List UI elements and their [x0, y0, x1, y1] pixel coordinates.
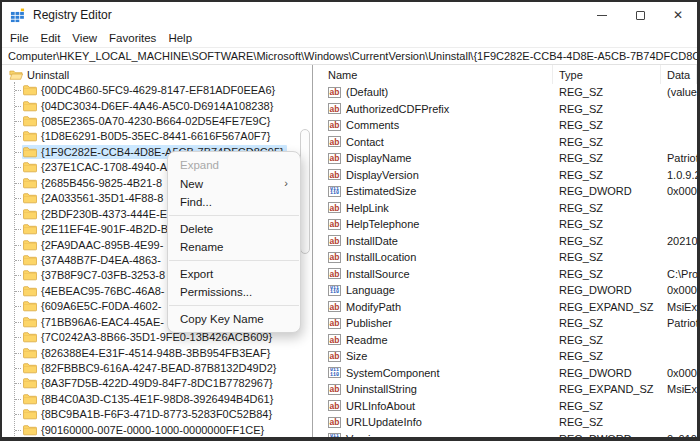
registry-value-row[interactable]: ab UninstallString REG_EXPAND_SZ MsiExec — [313, 381, 697, 398]
reg-dword-icon: 011110 — [328, 285, 341, 296]
submenu-arrow-icon: › — [284, 178, 288, 189]
tree-item[interactable]: {8BC9BA1B-F6F3-471D-8773-5283F0C52B84} — [2, 407, 298, 422]
value-type: REG_SZ — [553, 202, 661, 214]
registry-value-row[interactable]: 011110 EstimatedSize REG_DWORD 0x00000 — [313, 183, 697, 200]
value-name: UninstallString — [346, 383, 417, 395]
menubar-item-edit[interactable]: Edit — [35, 28, 67, 47]
tree-item[interactable]: {04DC3034-D6EF-4A46-A5C0-D6914A108238} — [2, 98, 298, 113]
reg-dword-icon: 011110 — [328, 433, 341, 437]
menubar-item-favorites[interactable]: Favorites — [103, 28, 162, 47]
context-menu-item[interactable]: Copy Key Name — [168, 310, 300, 329]
column-header-data[interactable]: Data — [661, 65, 697, 84]
registry-value-row[interactable]: ab ModifyPath REG_EXPAND_SZ MsiExec — [313, 299, 697, 316]
registry-value-row[interactable]: ab Comments REG_SZ — [313, 117, 697, 134]
registry-value-row[interactable]: ab URLUpdateInfo REG_SZ — [313, 414, 697, 431]
value-data: 0x00000 — [661, 185, 697, 197]
reg-sz-icon: ab — [328, 202, 341, 213]
value-name: ModifyPath — [346, 301, 401, 313]
reg-sz-icon: ab — [328, 318, 341, 329]
context-menu-item[interactable]: Find... — [168, 193, 300, 212]
registry-value-row[interactable]: ab Publisher REG_SZ Patriot M — [313, 315, 697, 332]
tree-item[interactable]: {1D8E6291-B0D5-35EC-8441-6616F567A0F7} — [2, 129, 298, 144]
value-name: InstallLocation — [346, 251, 416, 263]
menubar-item-help[interactable]: Help — [162, 28, 198, 47]
registry-value-row[interactable]: ab (Default) REG_SZ (value not set) — [313, 84, 697, 101]
menubar-item-view[interactable]: View — [66, 28, 103, 47]
value-name: Size — [346, 350, 367, 362]
value-type: REG_DWORD — [553, 433, 661, 437]
menubar-item-file[interactable]: File — [4, 28, 35, 47]
tree-item[interactable]: {085E2365-0A70-4230-B664-02D5E4FE7E9C} — [2, 113, 298, 128]
folder-icon — [23, 393, 37, 405]
title-bar[interactable]: Registry Editor ✕ — [2, 2, 697, 28]
registry-value-row[interactable]: ab AuthorizedCDFPrefix REG_SZ — [313, 101, 697, 118]
tree-item-label: {2FA9DAAC-895B-4E99- — [41, 239, 163, 251]
context-menu-item[interactable]: Export — [168, 265, 300, 284]
registry-value-row[interactable]: ab InstallLocation REG_SZ — [313, 249, 697, 266]
registry-value-row[interactable]: ab HelpTelephone REG_SZ — [313, 216, 697, 233]
tree-item-label: {1D8E6291-B0D5-35EC-8441-6616F567A0F7} — [41, 130, 270, 142]
folder-icon — [23, 316, 37, 328]
value-type: REG_SZ — [553, 268, 661, 280]
tree-item[interactable]: {00DC4B60-5FC9-4629-8147-EF81ADF0EEA6} — [2, 82, 298, 97]
context-menu-item[interactable]: Delete — [168, 220, 300, 239]
tree-item-label: {8A3F7D5B-422D-49D9-84F7-8DC1B7782967} — [41, 377, 273, 389]
tree-item-label: {2A033561-35D1-4F88-8 — [41, 192, 163, 204]
value-name: Comments — [346, 119, 399, 131]
value-name: SystemComponent — [346, 367, 440, 379]
address-bar[interactable]: Computer\HKEY_LOCAL_MACHINE\SOFTWARE\Mic… — [2, 47, 697, 65]
context-menu-item[interactable]: New › — [168, 175, 300, 194]
value-pane: Name Type Data ab (Default) REG_SZ (valu… — [313, 65, 697, 437]
registry-value-row[interactable]: ab InstallDate REG_SZ 2021081 — [313, 233, 697, 250]
tree-scrollbar-thumb[interactable] — [300, 129, 310, 254]
context-menu-item-label: Permissions... — [180, 286, 252, 298]
reg-sz-icon: ab — [328, 400, 341, 411]
reg-dword-icon: 011110 — [328, 186, 341, 197]
tree-item[interactable]: {8B4C0A3D-C135-4E1F-98D8-3926494B4D61} — [2, 391, 298, 406]
maximize-button[interactable] — [621, 2, 659, 28]
registry-value-row[interactable]: ab HelpLink REG_SZ — [313, 200, 697, 217]
reg-sz-icon: ab — [328, 169, 341, 180]
minimize-button[interactable] — [583, 2, 621, 28]
value-data: MsiExec — [661, 383, 697, 395]
context-menu-item[interactable]: Rename — [168, 238, 300, 257]
value-type: REG_SZ — [553, 136, 661, 148]
tree-item[interactable]: {8A3F7D5B-422D-49D9-84F7-8DC1B7782967} — [2, 376, 298, 391]
value-type: REG_SZ — [553, 400, 661, 412]
tree-item[interactable]: {826388E4-E31F-4514-948B-3BB954FB3EAF} — [2, 345, 298, 360]
registry-value-row[interactable]: ab Size REG_SZ — [313, 348, 697, 365]
registry-value-row[interactable]: 011110 Language REG_DWORD 0x00000 — [313, 282, 697, 299]
value-type: REG_SZ — [553, 119, 661, 131]
tree-item-root[interactable]: Uninstall — [2, 67, 298, 82]
column-header-name[interactable]: Name — [313, 65, 553, 84]
tree-item-label: {2E11EF4E-901F-4B2D-B — [41, 223, 168, 235]
reg-sz-icon: ab — [328, 301, 341, 312]
context-menu-item-label: New — [180, 178, 203, 190]
tree-item[interactable]: {82FBBBC9-616A-4247-BEAD-87B8132D49D2} — [2, 360, 298, 375]
value-name: Readme — [346, 334, 388, 346]
registry-value-row[interactable]: ab InstallSource REG_SZ C:\Prog — [313, 266, 697, 283]
registry-value-row[interactable]: ab URLInfoAbout REG_SZ — [313, 398, 697, 415]
registry-value-row[interactable]: ab Readme REG_SZ — [313, 332, 697, 349]
value-type: REG_SZ — [553, 152, 661, 164]
window-title: Registry Editor — [33, 8, 112, 22]
registry-value-row[interactable]: ab DisplayName REG_SZ Patriot V — [313, 150, 697, 167]
registry-value-row[interactable]: 011110 Version REG_DWORD 0x01000 — [313, 431, 697, 438]
registry-value-row[interactable]: 011110 SystemComponent REG_DWORD 0x00000 — [313, 365, 697, 382]
menubar-item-label: Favorites — [109, 32, 156, 44]
menubar-item-label: Help — [168, 32, 192, 44]
tree-item[interactable]: {90160000-007E-0000-1000-0000000FF1CE} — [2, 422, 298, 437]
context-menu-item[interactable]: Permissions... — [168, 283, 300, 302]
value-name: InstallDate — [346, 235, 398, 247]
tree-item-label: {37B8F9C7-03FB-3253-8 — [41, 269, 165, 281]
registry-value-row[interactable]: ab DisplayVersion REG_SZ 1.0.9.2 — [313, 167, 697, 184]
value-type: REG_SZ — [553, 86, 661, 98]
tree-item-label: {90160000-007E-0000-1000-0000000FF1CE} — [41, 424, 264, 436]
column-header-type[interactable]: Type — [553, 65, 661, 84]
folder-icon — [23, 254, 37, 266]
open-folder-icon — [9, 69, 23, 81]
close-button[interactable]: ✕ — [659, 2, 697, 28]
registry-value-row[interactable]: ab Contact REG_SZ — [313, 134, 697, 151]
reg-sz-icon: ab — [328, 252, 341, 263]
value-name: URLInfoAbout — [346, 400, 415, 412]
